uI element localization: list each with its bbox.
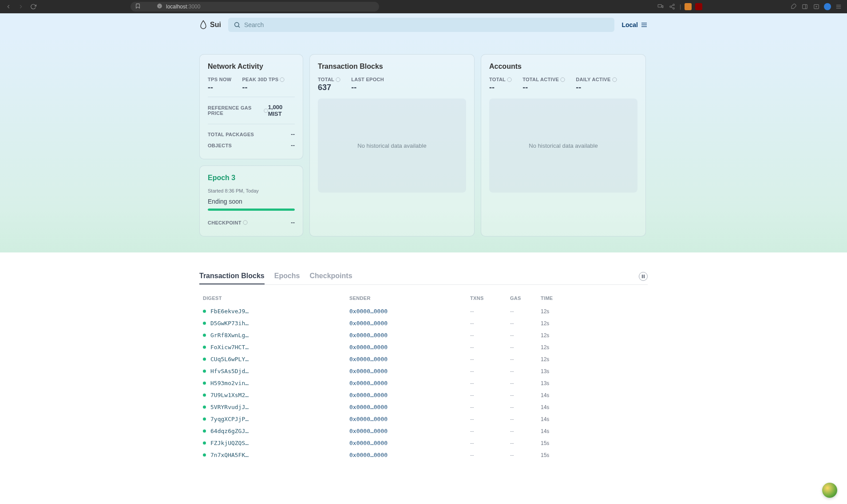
info-icon[interactable] bbox=[280, 77, 285, 82]
digest-link[interactable]: D5GwKP73ih… bbox=[210, 320, 249, 327]
info-icon[interactable] bbox=[560, 77, 565, 82]
address-bar[interactable]: localhost:3000 bbox=[131, 2, 379, 12]
extension-badge-2[interactable] bbox=[695, 3, 702, 10]
sender-link[interactable]: 0x0000…0000 bbox=[349, 440, 388, 446]
svg-rect-31 bbox=[644, 275, 645, 278]
peak-tps-value: -- bbox=[242, 83, 285, 92]
digest-link[interactable]: H593mo2vin… bbox=[210, 380, 249, 386]
menu-icon[interactable] bbox=[835, 3, 843, 11]
newtab-icon[interactable] bbox=[812, 3, 820, 11]
packages-value: -- bbox=[291, 131, 295, 138]
share-icon[interactable] bbox=[668, 3, 676, 11]
svg-line-19 bbox=[238, 26, 240, 28]
time-value: 14s bbox=[541, 416, 549, 422]
txns-value: -- bbox=[470, 380, 474, 386]
svg-point-28 bbox=[561, 77, 565, 81]
digest-link[interactable]: 7yqgXCPJjP… bbox=[210, 416, 249, 422]
gas-price-label: REFERENCE GAS PRICE bbox=[208, 105, 268, 116]
gas-value: -- bbox=[510, 368, 514, 374]
svg-rect-4 bbox=[662, 6, 663, 8]
sender-link[interactable]: 0x0000…0000 bbox=[349, 320, 388, 327]
info-icon[interactable] bbox=[264, 108, 268, 113]
extensions-icon[interactable] bbox=[789, 3, 797, 11]
txns-value: -- bbox=[470, 404, 474, 410]
tx-total-value: 637 bbox=[318, 83, 340, 92]
card-title: Network Activity bbox=[208, 63, 295, 71]
status-dot bbox=[203, 370, 206, 373]
table-row: H593mo2vin…0x0000…0000----13s bbox=[199, 377, 648, 389]
info-icon[interactable] bbox=[336, 77, 340, 82]
svg-point-27 bbox=[507, 77, 511, 81]
digest-link[interactable]: FbE6ekveJ9… bbox=[210, 308, 249, 315]
browser-chrome: localhost:3000 | bbox=[0, 0, 847, 13]
table-row: 7n7xQHA5FK…0x0000…0000----15s bbox=[199, 449, 648, 461]
svg-point-7 bbox=[673, 8, 675, 9]
digest-link[interactable]: GrRf8XwnLg… bbox=[210, 332, 249, 339]
sender-link[interactable]: 0x0000…0000 bbox=[349, 356, 388, 362]
status-dot bbox=[203, 429, 206, 433]
sender-link[interactable]: 0x0000…0000 bbox=[349, 344, 388, 350]
sender-link[interactable]: 0x0000…0000 bbox=[349, 380, 388, 386]
info-icon[interactable] bbox=[243, 220, 248, 225]
tx-last-label: LAST EPOCH bbox=[351, 77, 384, 82]
search-icon bbox=[234, 21, 241, 28]
table-row: FoXicw7HCT…0x0000…0000----12s bbox=[199, 341, 648, 353]
gas-value: -- bbox=[510, 344, 514, 350]
digest-link[interactable]: FoXicw7HCT… bbox=[210, 344, 249, 350]
time-value: 15s bbox=[541, 452, 549, 458]
digest-link[interactable]: 7n7xQHA5FK… bbox=[210, 452, 249, 458]
digest-link[interactable]: 64dqz6gZGJ… bbox=[210, 428, 249, 434]
sender-link[interactable]: 0x0000…0000 bbox=[349, 452, 388, 458]
sender-link[interactable]: 0x0000…0000 bbox=[349, 428, 388, 434]
svg-point-29 bbox=[612, 77, 616, 81]
transaction-blocks-card: Transaction Blocks TOTAL 637 LAST EPOCH … bbox=[309, 54, 475, 236]
sender-link[interactable]: 0x0000…0000 bbox=[349, 332, 388, 339]
digest-link[interactable]: HfvSAs5Djd… bbox=[210, 368, 249, 374]
gas-value: -- bbox=[510, 332, 514, 339]
digest-link[interactable]: 5VRYRvudjJ… bbox=[210, 404, 249, 410]
forward-button[interactable] bbox=[17, 3, 25, 11]
digest-link[interactable]: FZJkjUQZQS… bbox=[210, 440, 249, 446]
tab-epochs[interactable]: Epochs bbox=[274, 268, 300, 284]
info-icon[interactable] bbox=[507, 77, 512, 82]
extension-badge-1[interactable] bbox=[685, 3, 692, 10]
search-box[interactable] bbox=[228, 18, 615, 32]
reload-button[interactable] bbox=[29, 3, 37, 11]
devices-icon[interactable] bbox=[657, 3, 665, 11]
table-row: FZJkjUQZQS…0x0000…0000----15s bbox=[199, 437, 648, 449]
epoch-title[interactable]: Epoch 3 bbox=[208, 174, 295, 182]
svg-line-9 bbox=[671, 5, 673, 6]
txns-value: -- bbox=[470, 344, 474, 350]
svg-rect-10 bbox=[803, 4, 807, 8]
th-gas: GAS bbox=[507, 293, 537, 305]
sender-link[interactable]: 0x0000…0000 bbox=[349, 416, 388, 422]
svg-point-18 bbox=[235, 23, 239, 27]
panel-icon[interactable] bbox=[801, 3, 809, 11]
site-info-icon[interactable] bbox=[157, 3, 162, 10]
search-input[interactable] bbox=[244, 21, 610, 28]
bookmark-icon[interactable] bbox=[135, 3, 141, 10]
th-sender: SENDER bbox=[346, 293, 467, 305]
tab-checkpoints[interactable]: Checkpoints bbox=[310, 268, 352, 284]
pause-button[interactable] bbox=[639, 272, 648, 281]
digest-link[interactable]: CUq5L6wPLY… bbox=[210, 356, 249, 362]
table-row: 64dqz6gZGJ…0x0000…0000----14s bbox=[199, 425, 648, 437]
sender-link[interactable]: 0x0000…0000 bbox=[349, 404, 388, 410]
sui-logo[interactable]: Sui bbox=[199, 20, 221, 30]
tab-transaction-blocks[interactable]: Transaction Blocks bbox=[199, 268, 265, 284]
sender-link[interactable]: 0x0000…0000 bbox=[349, 392, 388, 398]
checkpoint-value: -- bbox=[291, 219, 295, 226]
sender-link[interactable]: 0x0000…0000 bbox=[349, 308, 388, 315]
floating-avatar[interactable] bbox=[822, 483, 837, 498]
th-digest: DIGEST bbox=[199, 293, 346, 305]
acct-daily-label: DAILY ACTIVE bbox=[576, 77, 617, 82]
svg-rect-30 bbox=[642, 275, 643, 278]
tx-total-label: TOTAL bbox=[318, 77, 340, 82]
info-icon[interactable] bbox=[612, 77, 617, 82]
back-button[interactable] bbox=[4, 3, 12, 11]
sender-link[interactable]: 0x0000…0000 bbox=[349, 368, 388, 374]
txns-value: -- bbox=[470, 428, 474, 434]
network-selector[interactable]: Local bbox=[621, 21, 648, 28]
profile-icon[interactable] bbox=[824, 3, 831, 10]
digest-link[interactable]: 7U9Lw1XsM2… bbox=[210, 392, 249, 398]
